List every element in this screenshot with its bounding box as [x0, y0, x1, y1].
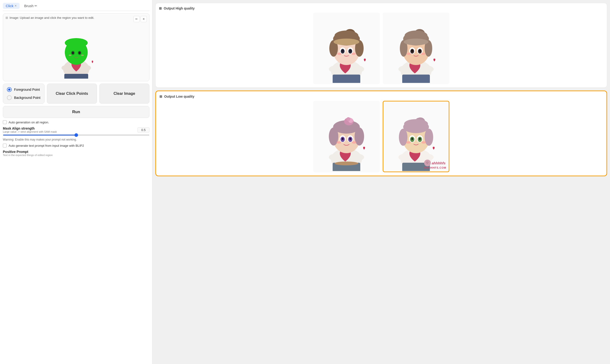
auto-blip2-checkbox[interactable]	[3, 144, 7, 147]
svg-point-86	[399, 129, 407, 146]
foreground-point-option[interactable]: Foreground Point	[7, 87, 40, 92]
controls-row: Foreground Point Background Point Clear …	[3, 84, 149, 104]
tab-click[interactable]: Click ✕	[3, 3, 20, 9]
output-high-quality-card: ⊞ Output High quality	[155, 3, 607, 88]
svg-point-10	[69, 54, 71, 56]
auto-blip2-row: Auto generate text prompt from input ima…	[3, 144, 149, 147]
point-selector: Foreground Point Background Point	[3, 84, 45, 104]
image-upload-area: ⊞ Image: Upload an image and click the r…	[3, 13, 149, 81]
upload-icon: ⊞	[5, 16, 8, 20]
slider-header: Mask Align strength Large value -> stric…	[3, 127, 149, 133]
auto-generation-checkbox[interactable]	[3, 120, 7, 124]
auto-blip2-label: Auto generate text prompt from input ima…	[9, 144, 84, 147]
svg-rect-15	[333, 75, 360, 83]
upload-hint: Image: Upload an image and click the reg…	[10, 16, 94, 20]
slider-label-group: Mask Align strength Large value -> stric…	[3, 127, 57, 133]
svg-point-58	[335, 161, 358, 165]
svg-point-51	[407, 53, 411, 55]
svg-point-56	[329, 154, 341, 161]
svg-point-36	[398, 66, 411, 72]
svg-point-33	[334, 39, 359, 45]
image-container[interactable]	[5, 21, 147, 78]
mask-align-value: 0.5	[138, 128, 149, 132]
svg-point-32	[351, 53, 356, 55]
tabs-row: Click ✕ Brush ✏	[3, 3, 149, 11]
background-radio[interactable]	[7, 95, 12, 100]
svg-point-95	[421, 141, 426, 144]
foreground-point-label: Foreground Point	[14, 88, 40, 91]
svg-point-94	[406, 141, 411, 144]
svg-point-72	[349, 138, 351, 140]
positive-prompt-label: Positive Prompt	[3, 150, 149, 154]
svg-point-78	[421, 154, 434, 161]
clear-click-points-button[interactable]: Clear Click Points	[47, 84, 97, 104]
svg-point-77	[398, 154, 411, 161]
background-point-option[interactable]: Background Point	[7, 95, 40, 100]
svg-point-13	[66, 39, 86, 44]
output-low-icon: ⊞	[159, 95, 162, 98]
svg-point-73	[337, 141, 341, 144]
svg-rect-1	[64, 74, 88, 78]
svg-point-30	[349, 50, 351, 52]
svg-point-53	[404, 39, 428, 45]
svg-point-49	[411, 50, 413, 52]
mask-align-slider[interactable]	[3, 135, 149, 136]
svg-point-17	[352, 66, 364, 72]
tab-click-label: Click	[6, 4, 13, 8]
auto-generation-row: Auto generation on all region.	[3, 120, 149, 124]
svg-point-74	[352, 141, 356, 144]
upload-header: ⊞ Image: Upload an image and click the r…	[5, 16, 147, 20]
positive-prompt-section: Positive Prompt Text in the expected thi…	[3, 150, 149, 156]
svg-point-52	[421, 53, 425, 55]
svg-point-87	[425, 129, 433, 146]
clear-image-button[interactable]: Clear Image	[99, 84, 149, 104]
svg-point-64	[347, 117, 350, 121]
svg-point-9	[78, 52, 81, 54]
svg-point-92	[411, 138, 413, 140]
svg-point-2	[62, 65, 72, 71]
output-high-label: Output High quality	[164, 6, 195, 10]
tab-brush[interactable]: Brush ✏	[21, 3, 40, 9]
mask-align-sub: Large value -> strict alignment with SAM…	[3, 130, 57, 133]
foreground-radio[interactable]	[7, 87, 12, 92]
low-quality-char-1	[315, 102, 377, 171]
svg-point-8	[72, 52, 74, 54]
input-image-canvas[interactable]	[50, 21, 103, 78]
svg-point-11	[81, 54, 84, 56]
mask-align-section: Mask Align strength Large value -> stric…	[3, 127, 149, 136]
low-quality-char-2	[385, 102, 447, 171]
svg-point-31	[337, 53, 341, 55]
tab-click-icon: ✕	[14, 4, 17, 7]
svg-point-93	[419, 138, 421, 140]
output-low-label: Output Low quality	[164, 95, 195, 98]
output-low-quality-card: ⊞ Output Low quality	[155, 91, 607, 176]
warning-text: Warning: Enable this may makes your prom…	[3, 138, 149, 141]
output-high-images	[159, 13, 604, 84]
svg-point-71	[342, 138, 344, 140]
output-low-image-2[interactable]: ♡ ahhhhfs AHHHHFS.COM	[383, 101, 449, 172]
output-high-image-1[interactable]	[313, 13, 380, 84]
high-quality-char-1	[315, 14, 377, 83]
output-high-image-2[interactable]	[383, 13, 449, 84]
svg-rect-76	[402, 163, 430, 171]
left-panel: Click ✕ Brush ✏ ⊞ Image: Upload an image…	[0, 0, 153, 364]
svg-rect-35	[402, 75, 430, 83]
tab-brush-label: Brush	[24, 4, 34, 8]
svg-point-57	[352, 154, 364, 161]
right-panel: ⊞ Output High quality	[153, 0, 610, 364]
output-high-header: ⊞ Output High quality	[159, 6, 604, 10]
output-low-header: ⊞ Output Low quality	[159, 95, 603, 98]
svg-point-29	[342, 50, 344, 52]
positive-prompt-sub: Text in the expected things of edited re…	[3, 154, 149, 156]
svg-point-85	[404, 119, 428, 129]
tab-brush-icon: ✏	[35, 4, 37, 8]
svg-point-16	[329, 66, 341, 72]
high-quality-char-2	[385, 14, 447, 83]
output-high-icon: ⊞	[159, 6, 162, 10]
output-low-images: ♡ ahhhhfs AHHHHFS.COM	[159, 101, 603, 172]
mask-align-label: Mask Align strength	[3, 127, 57, 130]
run-button[interactable]: Run	[3, 106, 149, 118]
svg-point-50	[419, 50, 421, 52]
output-low-image-1[interactable]	[313, 101, 380, 172]
svg-point-37	[421, 66, 434, 72]
